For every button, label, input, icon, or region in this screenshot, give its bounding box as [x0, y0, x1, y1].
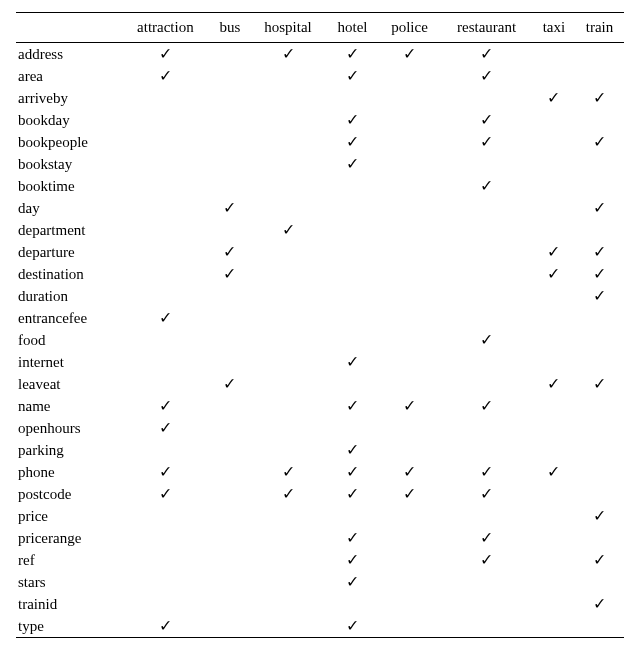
cell [250, 87, 327, 109]
cell [250, 549, 327, 571]
cell: ✓ [210, 373, 250, 395]
cell [533, 571, 575, 593]
check-icon: ✓ [159, 419, 172, 436]
cell [379, 593, 441, 615]
cell [210, 395, 250, 417]
cell [121, 373, 210, 395]
cell: ✓ [575, 373, 624, 395]
cell [575, 153, 624, 175]
cell [121, 131, 210, 153]
table-row: entrancefee✓ [16, 307, 624, 329]
cell [379, 87, 441, 109]
cell: ✓ [121, 417, 210, 439]
cell: ✓ [575, 197, 624, 219]
check-icon: ✓ [403, 397, 416, 414]
cell: ✓ [440, 483, 533, 505]
cell [379, 351, 441, 373]
table-row: trainid✓ [16, 593, 624, 615]
cell [250, 285, 327, 307]
cell [533, 109, 575, 131]
row-label: type [16, 615, 121, 638]
cell: ✓ [575, 131, 624, 153]
check-icon: ✓ [593, 595, 606, 612]
column-header: police [379, 13, 441, 43]
slot-domain-table: attractionbushospitalhotelpolicerestaura… [16, 12, 624, 638]
row-label: leaveat [16, 373, 121, 395]
cell [533, 417, 575, 439]
cell: ✓ [326, 153, 378, 175]
cell [440, 571, 533, 593]
cell [379, 615, 441, 638]
column-header: bus [210, 13, 250, 43]
cell [250, 65, 327, 87]
table-row: stars✓ [16, 571, 624, 593]
cell [379, 417, 441, 439]
table-row: booktime✓ [16, 175, 624, 197]
table-row: departure✓✓✓ [16, 241, 624, 263]
check-icon: ✓ [346, 573, 359, 590]
cell [250, 439, 327, 461]
row-label: department [16, 219, 121, 241]
row-label: price [16, 505, 121, 527]
check-icon: ✓ [282, 485, 295, 502]
check-icon: ✓ [547, 265, 560, 282]
check-icon: ✓ [346, 617, 359, 634]
cell [121, 175, 210, 197]
cell [210, 417, 250, 439]
cell [533, 65, 575, 87]
cell [440, 351, 533, 373]
check-icon: ✓ [346, 397, 359, 414]
table-row: duration✓ [16, 285, 624, 307]
cell [575, 175, 624, 197]
cell: ✓ [533, 241, 575, 263]
cell [575, 615, 624, 638]
cell: ✓ [440, 65, 533, 87]
cell [121, 263, 210, 285]
cell: ✓ [326, 571, 378, 593]
check-icon: ✓ [346, 45, 359, 62]
check-icon: ✓ [346, 485, 359, 502]
cell [250, 395, 327, 417]
cell [575, 329, 624, 351]
cell [326, 87, 378, 109]
cell [440, 153, 533, 175]
check-icon: ✓ [480, 551, 493, 568]
cell: ✓ [121, 65, 210, 87]
row-label: parking [16, 439, 121, 461]
cell [379, 175, 441, 197]
cell [533, 593, 575, 615]
cell [121, 109, 210, 131]
cell [379, 329, 441, 351]
cell [326, 417, 378, 439]
check-icon: ✓ [403, 485, 416, 502]
cell [440, 219, 533, 241]
cell [533, 285, 575, 307]
cell [533, 351, 575, 373]
row-label: area [16, 65, 121, 87]
cell: ✓ [575, 285, 624, 307]
table-row: address✓✓✓✓✓ [16, 43, 624, 66]
cell [575, 109, 624, 131]
cell: ✓ [440, 527, 533, 549]
cell [250, 241, 327, 263]
row-label: entrancefee [16, 307, 121, 329]
check-icon: ✓ [480, 67, 493, 84]
cell [326, 593, 378, 615]
check-icon: ✓ [282, 463, 295, 480]
cell [121, 593, 210, 615]
cell [440, 615, 533, 638]
check-icon: ✓ [480, 331, 493, 348]
cell [379, 65, 441, 87]
cell [533, 329, 575, 351]
table-row: bookday✓✓ [16, 109, 624, 131]
cell [379, 197, 441, 219]
cell [210, 461, 250, 483]
cell: ✓ [250, 461, 327, 483]
cell [250, 505, 327, 527]
cell [379, 109, 441, 131]
cell: ✓ [326, 461, 378, 483]
cell [250, 263, 327, 285]
cell [575, 483, 624, 505]
table-row: pricerange✓✓ [16, 527, 624, 549]
cell [210, 527, 250, 549]
